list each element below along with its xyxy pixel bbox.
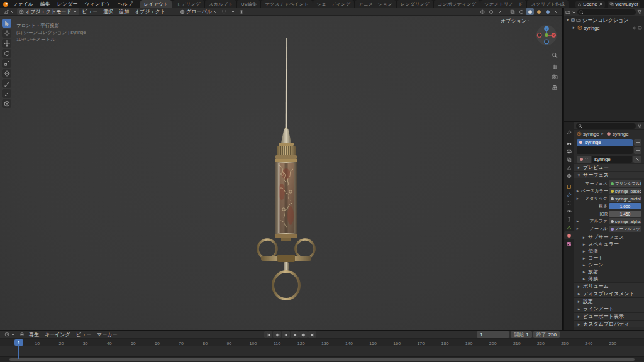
overlays-toggle[interactable] [487,8,495,15]
proportional-editing-toggle[interactable] [238,8,246,15]
tool-measure[interactable] [2,89,11,98]
perspective-toggle-icon[interactable] [552,84,558,90]
timeline-ruler[interactable]: 1020304050607080901001101201301401501601… [0,339,644,346]
workspace-tab-10[interactable]: ジオメトリノード [480,0,527,8]
3d-viewport[interactable]: フロント・平行投影 (1) シーンコレクション | syringe 10センチメ… [0,16,562,330]
menu-file[interactable]: ファイル [9,0,36,8]
alpha-texture-button[interactable]: syringe_alpha.png [609,218,641,224]
menu-window[interactable]: ウィンドウ [81,0,113,8]
hide-eye-icon[interactable] [632,26,636,30]
workspace-tab-6[interactable]: シェーディング [313,0,355,8]
tool-add-cube[interactable] [2,99,11,108]
ior-slider[interactable]: 1.450 [609,211,641,217]
properties-tab-object[interactable] [564,182,574,190]
tool-select-box[interactable] [2,19,11,28]
viewlayer-selector[interactable]: ViewLayer [608,1,640,8]
workspace-tab-4[interactable]: UV編集 [237,0,261,8]
expand-arrow-icon[interactable]: ▸ [575,219,580,224]
properties-tab-constraints[interactable] [564,215,574,223]
unlink-scene-icon[interactable] [599,2,603,6]
unlink-material-button[interactable] [633,156,641,163]
breadcrumb-object[interactable]: syringe [583,131,599,137]
shading-dropdown[interactable] [552,8,560,15]
workspace-tab-2[interactable]: モデリング [172,0,204,8]
tool-move[interactable] [2,39,11,48]
material-subpanel-5[interactable]: ▸シーン [574,261,644,268]
browse-material-button[interactable] [577,156,591,163]
properties-tab-texture[interactable] [564,239,574,248]
properties-tab-data[interactable] [564,223,574,231]
add-slot-button[interactable] [634,139,641,146]
expand-arrow-icon[interactable]: ▸ [575,226,580,231]
material-slot-selected[interactable]: syringe [577,139,633,146]
menu-help[interactable]: ヘルプ [114,0,136,8]
material-subpanel-7[interactable]: ▸薄膜 [574,275,644,282]
normal-map-button[interactable]: ノーマルマップ [609,226,641,232]
properties-tab-viewlayer[interactable] [564,155,574,163]
xray-toggle[interactable] [508,8,516,15]
editor-type-button[interactable] [2,8,16,15]
disable-viewport-icon[interactable] [638,26,642,30]
tool-rotate[interactable] [2,49,11,58]
shading-rendered-button[interactable] [543,8,552,15]
playhead-marker[interactable]: 1 [14,339,23,346]
pan-hand-icon[interactable] [552,63,558,69]
menu-edit[interactable]: 編集 [37,0,53,8]
shading-wireframe-button[interactable] [517,8,525,15]
material-name-field[interactable]: syringe [592,156,632,163]
breadcrumb-material[interactable]: syringe [613,131,629,137]
expand-arrow-icon[interactable]: ▸ [575,196,580,201]
menu-render[interactable]: レンダー [54,0,81,8]
snap-magnet-toggle[interactable] [220,8,228,15]
menu-view[interactable]: ビュー [80,8,100,15]
next-keyframe-button[interactable] [299,331,308,338]
end-frame-field[interactable]: 終了250 [533,331,560,338]
workspace-tab-1[interactable]: レイアウト [140,0,172,8]
material-subpanel-2[interactable]: ▸スペキュラー [574,241,644,248]
shading-solid-button[interactable] [526,8,534,15]
camera-view-icon[interactable] [552,74,558,80]
panel-header-surface[interactable]: ▾ サーフェス [574,171,644,178]
material-slot-list[interactable]: syringe [577,139,633,154]
zoom-icon[interactable] [552,52,558,58]
surface-shader-button[interactable]: プリンシプルBSDF [609,180,641,187]
tool-cursor[interactable] [2,29,11,38]
panel-header-preview[interactable]: ▸ プレビュー [574,163,644,171]
blender-logo-icon[interactable] [3,1,9,8]
mode-dropdown[interactable]: オブジェクトモード [17,8,79,15]
tool-scale[interactable] [2,59,11,68]
scene-selector[interactable]: Scene [575,1,605,8]
material-section-4[interactable]: ▸ラインアート [574,305,644,312]
timeline-editor-type-button[interactable] [3,331,17,338]
material-section-1[interactable]: ▸ボリューム [574,282,644,290]
current-frame-field[interactable]: 1 [477,331,509,338]
material-section-6[interactable]: ▸カスタムプロパティ [574,320,644,327]
menu-playback[interactable]: 再生 [26,331,42,338]
workspace-tab-7[interactable]: アニメーション [355,0,397,8]
expand-arrow-icon[interactable]: ▸ [575,189,580,194]
show-gizmo-toggle[interactable] [478,8,486,15]
remove-slot-button[interactable] [634,147,641,154]
tool-transform[interactable] [2,69,11,78]
menu-keying[interactable]: キーイング [42,331,73,338]
outliner-row-scene-collection[interactable]: ▾ シーンコレクション [564,16,644,24]
snap-settings-dropdown[interactable] [229,8,237,15]
workspace-tab-9[interactable]: コンポジティング [434,0,480,8]
filter-funnel-icon[interactable] [637,123,642,128]
auto-keying-toggle[interactable] [18,331,26,338]
material-subpanel-4[interactable]: ▸コート [574,255,644,261]
transform-orientation-dropdown[interactable]: グローバル [178,8,219,15]
material-subpanel-3[interactable]: ▸伝播 [574,248,644,255]
workspace-tab-5[interactable]: テクスチャペイント [261,0,313,8]
jump-to-start-button[interactable] [264,331,272,338]
properties-tab-tool[interactable] [564,128,574,136]
outliner-search-input[interactable] [577,9,636,15]
scrollbar-thumb[interactable] [9,358,635,361]
options-dropdown[interactable]: オプション [501,18,532,25]
properties-tab-world[interactable] [564,172,574,180]
properties-tab-output[interactable] [564,147,574,155]
play-reverse-button[interactable] [282,331,290,338]
syringe-3d-model[interactable] [242,35,330,305]
roughness-slider[interactable]: 1.000 [609,203,641,209]
metallic-texture-button[interactable]: syringe_metallic.png [609,195,641,202]
